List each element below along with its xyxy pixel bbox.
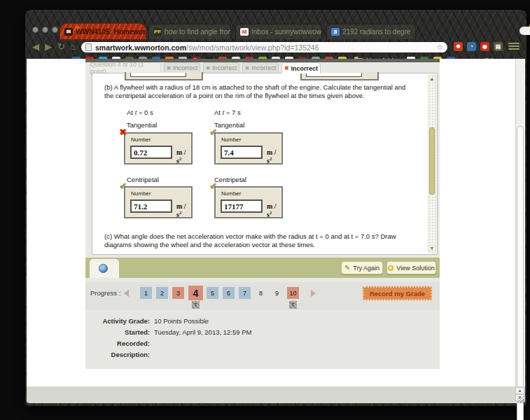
tab-title: how to find angle from [165,28,231,36]
progress-square-10[interactable]: 10 [287,287,299,299]
activity-label: Started: [85,328,150,336]
activity-value: 10 Points Possible [154,317,209,325]
section-label: Centripetal [214,176,246,183]
window-status-strip [27,386,525,403]
scrollbar-thumb[interactable] [429,127,435,195]
section-label: Tangential [214,121,244,129]
progress-square-1[interactable]: 1 [140,287,152,299]
question-panel: (b) A flywheel with a radius of 18 cm is… [92,73,438,255]
tab-find-angle[interactable]: PF how to find angle from × [148,24,231,39]
question-counter-tab: Question 4 of 10 (1 point) [90,62,161,73]
address-bar[interactable]: smartwork.wwnorton.com/sw/mod/smartwork/… [81,41,448,53]
number-input[interactable] [221,200,263,213]
number-input[interactable] [221,146,263,159]
section-label: Centripetal [127,176,159,183]
tab-incorrect-3[interactable]: ✖ Incorrect [242,62,279,73]
incorrect-x-icon: ✖ [119,127,127,137]
progress-prev-arrow[interactable] [124,290,129,297]
tab-title: Inbox - sunnywowwow(8 [251,28,322,36]
number-input[interactable] [130,200,172,213]
weather-widget-icon [519,22,530,36]
answer-box-tangential-t7: Number m / s2 [214,132,283,164]
progress-label: Progress : [90,289,120,297]
close-tab-icon[interactable]: × [413,28,416,36]
try-again-button[interactable]: ✎ Try Again [341,261,383,274]
tab-homework[interactable]: ✉ WWN4105: Homework 12 [60,24,146,39]
page-favicon-icon [85,43,92,51]
window-resize-grip[interactable] [517,396,524,403]
tab-incorrect-2[interactable]: ✖ Incorrect [203,62,239,73]
unit-label: m / s2 [176,148,191,164]
time-header-1: At t = 0 s [127,108,153,116]
gmail-icon: M [240,28,249,36]
reload-button[interactable]: ↻ [57,41,65,52]
scroll-up-arrow[interactable]: ▲ [515,387,524,394]
unit-label: m / s2 [176,202,191,218]
unit-label: m / s2 [267,202,281,218]
progress-square-2[interactable]: 2 [156,287,168,299]
browser-menu-icon[interactable] [508,43,519,51]
progress-square-3[interactable]: 3 [172,287,184,299]
question-toolbar: ✎ Try Again View Solution [85,258,440,278]
tab-incorrect-active[interactable]: ✖ Incorrect [281,62,321,74]
minimize-window-button[interactable] [42,27,48,33]
timed-badge: T [289,301,297,309]
unit-label: m / s2 [267,148,281,164]
timed-badge: T [192,301,200,309]
tab-inbox[interactable]: M Inbox - sunnywowwow(8 × [235,24,322,39]
section-label: Tangential [127,121,157,129]
tab-radians[interactable]: 8 2192 radians to degre × [326,24,416,39]
extension-icon[interactable]: ▤ [494,42,503,51]
extension-icon[interactable]: ✸ [454,42,463,51]
time-header-2: At t = 7 s [214,108,241,116]
tab-title: 2192 radians to degre [342,28,410,36]
scroll-down-arrow[interactable]: ▼ [428,246,435,251]
progress-bar: Progress : 1234T5678910T Record my Grade [85,282,440,310]
envelope-icon: ✉ [64,28,73,36]
x-mark-icon: ✖ [206,65,211,71]
bookmark-star-icon[interactable]: ☆ [436,43,443,52]
back-button[interactable]: ◀ [32,41,39,52]
question-part-c: (c) What angle does the net acceleration… [104,232,410,249]
blue-8-icon: 8 [331,28,340,36]
number-input-partial[interactable] [130,73,186,77]
progress-square-9[interactable]: 9 [271,287,283,299]
answer-box-tangential-t0: Number m / s2 [124,132,193,164]
scroll-up-arrow[interactable]: ▲ [428,76,435,82]
url-text[interactable]: smartwork.wwnorton.com/sw/mod/smartwork/… [95,43,319,52]
extension-icon[interactable]: ◉ [480,42,489,51]
question-part-b: (b) A flywheel with a radius of 18 cm is… [104,83,410,100]
progress-square-5[interactable]: 5 [207,287,218,299]
activity-label: Description: [85,351,150,358]
progress-square-8[interactable]: 8 [255,287,267,299]
info-tab[interactable] [90,259,119,278]
tab-title: WWN4105: Homework 12 [76,28,146,36]
progress-square-6[interactable]: 6 [223,287,235,299]
browser-vertical-scrollbar[interactable] [515,59,524,386]
help-globe-icon [99,264,108,273]
activity-label: Recorded: [85,340,150,347]
forward-button[interactable]: ▶ [45,41,52,52]
progress-square-4[interactable]: 4 [188,286,203,300]
correct-check-icon: ✔ [209,181,217,191]
view-solution-button[interactable]: View Solution [386,261,436,274]
x-mark-icon: ✖ [284,65,289,71]
zoom-window-button[interactable] [52,27,58,33]
answer-box-centripetal-t7: Number m / s2 [214,186,283,218]
x-mark-icon: ✖ [167,65,172,71]
answer-box-centripetal-t0: Number m / s2 [124,186,193,218]
pf-icon: PF [153,28,162,36]
progress-next-arrow[interactable] [311,290,316,297]
correct-check-icon: ✔ [119,181,127,191]
close-window-button[interactable] [32,27,39,33]
record-grade-button[interactable]: Record my Grade [363,286,432,300]
progress-square-7[interactable]: 7 [239,287,251,299]
activity-label: Activity Grade: [85,317,150,325]
tab-incorrect-1[interactable]: ✖ Incorrect [164,62,200,73]
extension-icon[interactable]: ◔ [467,42,476,51]
scrollbar-thumb[interactable] [517,126,524,420]
number-input[interactable] [130,146,172,159]
panel-scrollbar[interactable]: ▲ ▼ [428,75,436,253]
screenshot-root: ✉ WWN4105: Homework 12 PF how to find an… [0,0,530,420]
home-button[interactable]: ⌂ [70,41,76,52]
